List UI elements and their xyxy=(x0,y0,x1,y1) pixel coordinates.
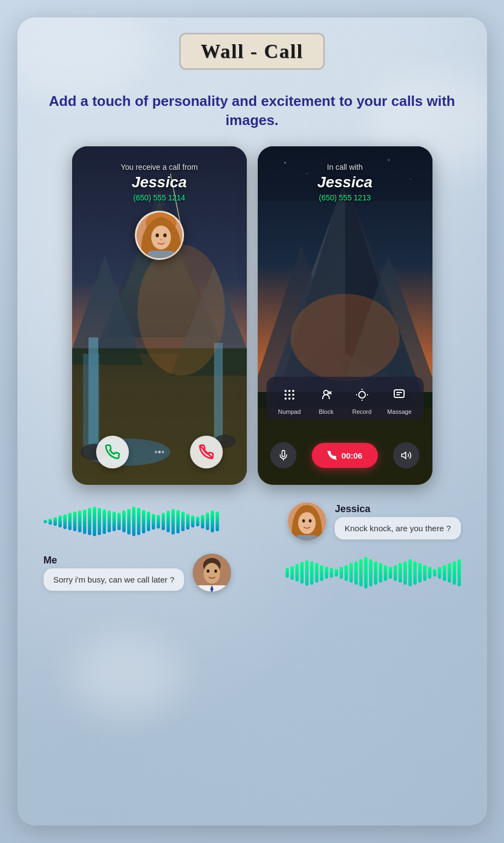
svg-point-45 xyxy=(292,394,294,396)
app-title: Wall - Call xyxy=(200,40,303,63)
action-message[interactable]: Massage xyxy=(387,384,412,415)
svg-point-49 xyxy=(324,390,328,395)
mute-button[interactable] xyxy=(270,442,297,468)
action-block[interactable]: Block xyxy=(316,384,336,415)
svg-marker-58 xyxy=(401,452,406,459)
block-label: Block xyxy=(319,408,334,415)
svg-point-42 xyxy=(292,390,294,392)
incall-label: In call with xyxy=(327,163,363,171)
me-sender-name: Me xyxy=(44,555,185,566)
incall-actions: Numpad Block xyxy=(266,377,424,419)
jessica-message-row: Jessica Knock knock, are you there ? xyxy=(44,502,461,541)
svg-point-23 xyxy=(155,451,157,454)
end-call-button[interactable]: 00:06 xyxy=(312,443,377,468)
message-label: Massage xyxy=(387,408,412,415)
phone-right-content: In call with Jessica (650) 555 1213 xyxy=(258,146,432,485)
record-icon xyxy=(352,384,372,405)
speaker-button[interactable] xyxy=(393,442,419,468)
svg-point-47 xyxy=(288,397,290,400)
svg-line-57 xyxy=(328,451,337,460)
svg-point-62 xyxy=(303,519,305,523)
me-message-bubble: Sorry i'm busy, can we call later ? xyxy=(44,568,185,591)
app-title-badge: Wall - Call xyxy=(179,33,324,70)
svg-point-19 xyxy=(156,234,159,238)
chat-section: Jessica Knock knock, are you there ? Me … xyxy=(35,502,470,592)
me-message-row: Me Sorry i'm busy, can we call later ? xyxy=(44,554,461,592)
jessica-message-info: Jessica Knock knock, are you there ? xyxy=(335,503,460,539)
incoming-waveform xyxy=(44,505,280,538)
swipe-hint xyxy=(151,447,168,458)
incall-caller-number: (650) 555 1213 xyxy=(319,193,371,202)
incoming-caller-name: Jessica xyxy=(132,174,187,191)
svg-point-20 xyxy=(163,234,167,238)
action-record[interactable]: Record xyxy=(352,384,372,415)
jessica-avatar xyxy=(288,502,326,541)
me-message-info: Me Sorry i'm busy, can we call later ? xyxy=(44,555,185,591)
svg-point-46 xyxy=(284,397,287,400)
incoming-controls xyxy=(72,436,247,468)
app-subtitle: Add a touch of personality and excitemen… xyxy=(35,92,470,130)
jessica-sender-name: Jessica xyxy=(335,503,460,515)
svg-point-43 xyxy=(284,394,287,396)
phone-incoming: You receive a call from Jessica (650) 55… xyxy=(72,146,247,485)
accept-call-button[interactable] xyxy=(96,436,129,468)
phones-row: You receive a call from Jessica (650) 55… xyxy=(35,146,470,485)
record-label: Record xyxy=(352,408,371,415)
incall-bottom: 00:06 xyxy=(258,442,432,468)
block-icon xyxy=(316,384,336,405)
svg-point-63 xyxy=(309,519,312,523)
numpad-icon xyxy=(279,384,300,405)
svg-point-24 xyxy=(158,451,161,454)
svg-point-18 xyxy=(151,225,171,250)
outgoing-waveform xyxy=(240,556,460,589)
svg-point-48 xyxy=(292,397,294,400)
svg-point-61 xyxy=(298,512,316,534)
me-message-text: Sorry i'm busy, can we call later ? xyxy=(54,575,175,584)
svg-point-70 xyxy=(215,569,217,573)
action-numpad[interactable]: Numpad xyxy=(278,384,301,415)
main-card: Wall - Call Add a touch of personality a… xyxy=(17,17,487,826)
incall-caller-name: Jessica xyxy=(317,174,372,191)
svg-rect-22 xyxy=(147,251,175,260)
phone-left-content: You receive a call from Jessica (650) 55… xyxy=(72,146,247,485)
call-timer: 00:06 xyxy=(341,451,362,460)
contact-photo-incoming xyxy=(135,211,184,260)
jessica-message-text: Knock knock, are you there ? xyxy=(345,524,450,533)
numpad-label: Numpad xyxy=(278,408,301,415)
incoming-call-label: You receive a call from xyxy=(121,163,198,171)
svg-point-40 xyxy=(284,390,287,392)
svg-point-41 xyxy=(288,390,290,392)
decline-call-button[interactable] xyxy=(190,436,223,468)
me-avatar xyxy=(193,554,231,592)
svg-point-25 xyxy=(162,451,164,454)
svg-point-68 xyxy=(204,563,220,584)
svg-point-21 xyxy=(160,239,162,241)
svg-point-69 xyxy=(207,569,210,573)
phone-incall: In call with Jessica (650) 555 1213 Nump… xyxy=(258,146,432,485)
svg-rect-53 xyxy=(394,390,404,397)
jessica-message-bubble: Knock knock, are you there ? xyxy=(335,517,460,539)
svg-rect-64 xyxy=(296,535,318,541)
svg-point-52 xyxy=(359,391,365,398)
incoming-caller-number: (650) 555 1214 xyxy=(133,193,185,202)
svg-point-44 xyxy=(288,394,290,396)
message-icon xyxy=(389,384,410,405)
